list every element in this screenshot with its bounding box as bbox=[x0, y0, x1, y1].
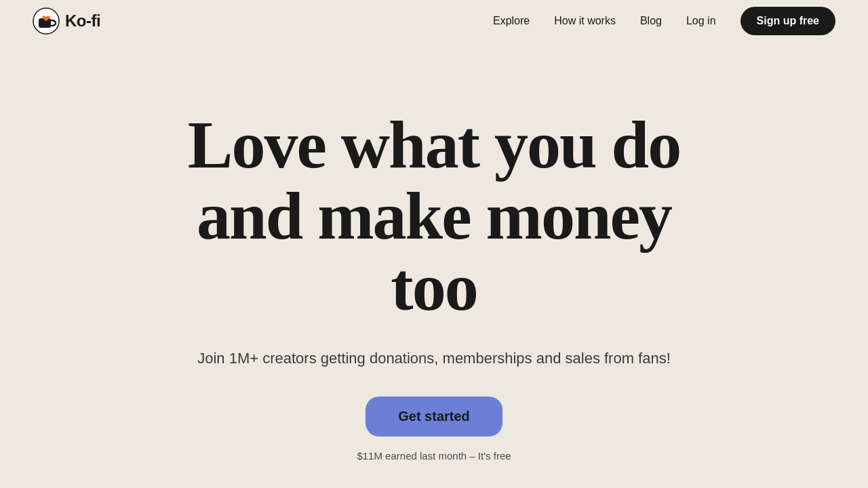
hero-subtitle: Join 1M+ creators getting donations, mem… bbox=[197, 347, 671, 369]
hero-title: Love what you do and make money too bbox=[188, 109, 680, 323]
navbar: Ko-fi Explore How it works Blog Log in S… bbox=[0, 0, 868, 41]
hero-title-line2: and make money bbox=[197, 178, 671, 253]
logo-wordmark: Ko-fi bbox=[65, 12, 100, 30]
nav-links: Explore How it works Blog Log in Sign up… bbox=[493, 7, 835, 35]
nav-how-it-works[interactable]: How it works bbox=[554, 15, 616, 27]
nav-explore[interactable]: Explore bbox=[493, 15, 530, 27]
get-started-button[interactable]: Get started bbox=[366, 396, 502, 436]
signup-button[interactable]: Sign up free bbox=[741, 7, 835, 35]
nav-blog[interactable]: Blog bbox=[640, 15, 662, 27]
logo-icon bbox=[33, 7, 60, 35]
hero-title-line1: Love what you do bbox=[188, 107, 680, 182]
nav-login[interactable]: Log in bbox=[686, 15, 716, 27]
hero-footnote: $11M earned last month – It's free bbox=[357, 450, 511, 462]
hero-section: Love what you do and make money too Join… bbox=[0, 41, 868, 488]
hero-title-line3: too bbox=[391, 249, 477, 325]
logo[interactable]: Ko-fi bbox=[33, 7, 100, 35]
